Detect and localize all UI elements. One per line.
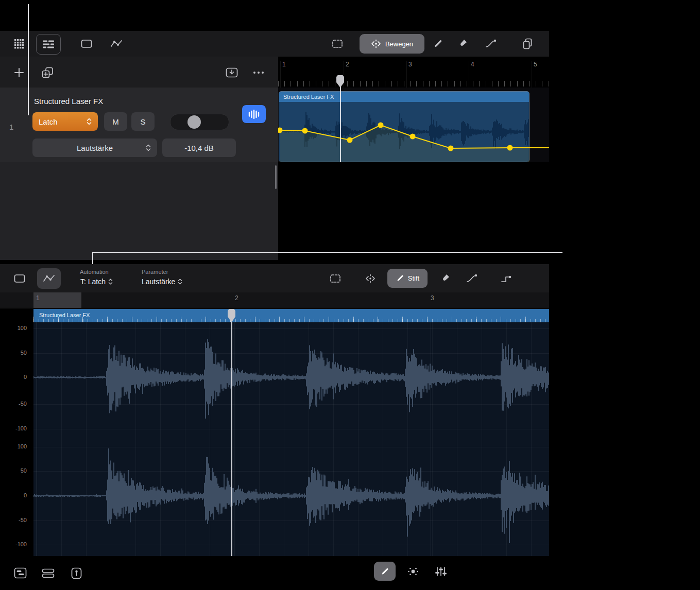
ruler-mark: 1 (36, 294, 40, 302)
automation-mode-caption: Automation (80, 269, 109, 275)
parameter-value-label: -10,4 dB (184, 144, 214, 152)
pencil-icon (396, 274, 404, 283)
region-ruler-ticks-big (33, 317, 549, 322)
pencil-icon (433, 39, 443, 49)
arrange-region[interactable]: Structured Laser FX (279, 91, 530, 162)
step-automation-icon (501, 273, 512, 284)
view-tracks-button[interactable] (36, 34, 61, 55)
automation-view-button[interactable] (105, 35, 128, 53)
track-header[interactable]: 1 Structured Laser FX Latch M S Lautstär… (0, 88, 278, 163)
arrange-region-header[interactable]: Structured Laser FX (279, 92, 529, 102)
scale-label: -50 (0, 517, 27, 523)
brush-icon (440, 273, 450, 284)
scale-label: 50 (0, 467, 27, 474)
curve-icon (466, 274, 477, 283)
track-stack-button[interactable] (38, 564, 58, 582)
chevron-updown-icon (87, 117, 92, 126)
editor-ruler[interactable]: 123 (0, 294, 549, 307)
marquee-tool-button[interactable] (326, 34, 349, 54)
loops-icon (14, 567, 27, 579)
editor-region-header[interactable]: Structured Laser FX (33, 309, 549, 322)
editor-brush-tool-button[interactable] (434, 268, 456, 289)
move-tool-button[interactable]: Bewegen (360, 34, 424, 54)
pencil-tool-label: Stift (408, 274, 419, 282)
tracks-icon (43, 40, 54, 49)
brush-tool-button[interactable] (451, 35, 474, 53)
automation-mode-button[interactable]: Latch (32, 112, 98, 131)
chevron-updown-icon (178, 278, 182, 285)
scale-label: 100 (0, 325, 27, 331)
editor-parameter-select[interactable]: Lautstärke (142, 277, 182, 286)
scale-label: 0 (0, 492, 27, 498)
editor-waveform-area[interactable] (33, 322, 549, 556)
marquee-icon (332, 39, 343, 49)
arrange-playhead-line (340, 75, 341, 162)
brightness-icon (407, 566, 419, 577)
pencil-tool-button[interactable] (428, 35, 448, 53)
editor-curve-tool-button[interactable] (459, 268, 484, 289)
scale-label: 0 (0, 374, 27, 380)
callout-line-automation-h (92, 252, 562, 253)
regions-view-button[interactable] (76, 35, 97, 53)
automation-mode-select[interactable]: T: Latch (80, 277, 113, 286)
automation-curve-icon (111, 39, 122, 48)
move-icon (371, 39, 381, 49)
editor-playhead-line (231, 309, 232, 556)
solo-button[interactable]: S (131, 112, 155, 131)
curve-icon (485, 39, 497, 48)
arrange-region-name: Structured Laser FX (283, 94, 334, 100)
marquee-icon (330, 273, 341, 284)
audio-input-button[interactable] (67, 563, 86, 583)
track-stack-icon (42, 568, 55, 578)
ruler-mark: 2 (235, 294, 238, 302)
editor-move-tool-button[interactable] (360, 268, 381, 289)
loops-browser-button[interactable] (10, 564, 30, 582)
solo-label: S (140, 117, 145, 126)
editor-parameter-value: Lautstärke (142, 277, 175, 286)
automation-mode-label: Latch (39, 117, 58, 126)
parameter-select-label: Lautstärke (77, 144, 113, 152)
scale-label: 50 (0, 350, 27, 356)
parameter-caption: Parameter (142, 269, 168, 275)
scale-label: -100 (0, 541, 27, 547)
mute-button[interactable]: M (104, 112, 127, 131)
faders-icon (435, 566, 447, 577)
move-icon (365, 273, 375, 284)
chevron-updown-icon (108, 278, 113, 285)
region-rect-icon (81, 39, 92, 48)
audio-input-icon (71, 567, 82, 579)
step-tool-button[interactable] (493, 268, 519, 289)
volume-slider-knob[interactable] (187, 115, 201, 129)
region-waveform (279, 102, 530, 162)
audio-waveform (33, 322, 549, 556)
arrange-toolbar: Bewegen (0, 31, 549, 57)
copy-icon (522, 38, 533, 49)
editor-pencil-tool-button[interactable]: Stift (387, 269, 428, 288)
mute-label: M (112, 117, 119, 126)
parameter-select[interactable]: Lautstärke (32, 138, 157, 157)
bottom-pencil-tool-button[interactable] (374, 562, 396, 581)
bottom-toolbar (0, 559, 700, 590)
waveform-display-button[interactable] (242, 105, 266, 123)
amplitude-scale: 100500-50-100100500-50-100 (0, 0, 30, 590)
logic-automation-screen: { "colors":{"accent_orange":"#d9791f","a… (0, 0, 700, 590)
scale-label: -100 (0, 425, 27, 431)
chevron-updown-icon (146, 144, 151, 152)
scale-label: -50 (0, 401, 27, 407)
mixer-button[interactable] (431, 563, 451, 580)
editor-marquee-tool-button[interactable] (323, 268, 347, 289)
automation-curve-icon (43, 274, 55, 283)
brush-icon (457, 39, 468, 49)
velocity-tool-button[interactable] (403, 563, 423, 580)
parameter-value[interactable]: -10,4 dB (162, 138, 236, 157)
pencil-icon (380, 567, 389, 576)
move-tool-label: Bewegen (385, 40, 413, 48)
track-list-empty-area (0, 162, 278, 260)
editor-automation-view-button[interactable] (37, 268, 61, 289)
ruler-mark: 3 (431, 294, 434, 302)
curve-tool-button[interactable] (478, 35, 504, 53)
copy-button[interactable] (515, 34, 540, 54)
arrange-region-body[interactable] (279, 102, 529, 162)
scrollbar-thumb[interactable] (275, 165, 277, 189)
volume-slider[interactable] (170, 114, 229, 130)
